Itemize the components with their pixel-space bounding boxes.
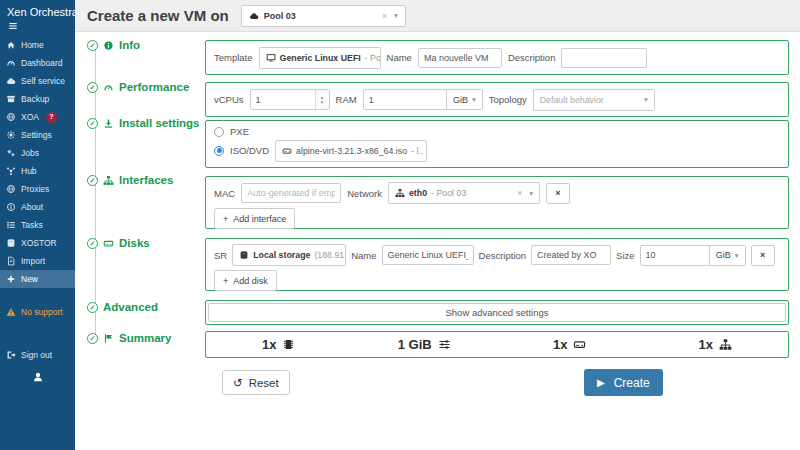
disk-description-label: Description — [479, 250, 527, 261]
disk-size-group: GiB ▾ — [640, 245, 746, 266]
vcpus-label: vCPUs — [214, 94, 244, 105]
desktop-icon — [266, 53, 276, 63]
menu-icon[interactable] — [7, 21, 19, 31]
clear-icon[interactable]: × — [517, 188, 522, 198]
disk-delete-button[interactable]: × — [751, 245, 775, 266]
sidebar-item-xostor[interactable]: XOSTOR — [0, 234, 75, 252]
sr-select-context: (188.91 GiB free .. — [314, 250, 346, 260]
mac-label: MAC — [214, 188, 235, 199]
globe-icon — [6, 112, 16, 122]
app-title: Xen Orchestra — [0, 0, 75, 19]
disk-description-input[interactable] — [531, 245, 611, 265]
download-icon — [103, 118, 114, 129]
iso-select[interactable]: alpine-virt-3.21.3-x86_64.iso - l.. × ▾ — [275, 140, 427, 162]
pool-select[interactable]: Pool 03 × ▾ — [241, 5, 406, 27]
info-section: Template Generic Linux UEFI - Pool 03 × … — [205, 40, 789, 75]
gear-icon — [6, 130, 16, 140]
show-advanced-button[interactable]: Show advanced settings — [208, 303, 786, 322]
step-summary[interactable]: ✓ Summary — [87, 332, 171, 344]
sidebar-item-new[interactable]: New — [0, 270, 75, 288]
topology-label: Topology — [489, 94, 527, 105]
vm-name-label: Name — [387, 52, 412, 63]
notification-badge: ? — [46, 112, 57, 123]
step-install-settings[interactable]: ✓ Install settings — [87, 117, 200, 129]
caret-down-icon[interactable]: ▾ — [394, 11, 398, 20]
disk-size-input[interactable] — [641, 246, 709, 265]
ram-label: RAM — [336, 94, 357, 105]
add-disk-button[interactable]: + Add disk — [214, 270, 277, 291]
hdd-icon — [573, 338, 586, 351]
ram-unit-select[interactable]: GiB ▾ — [446, 90, 482, 109]
pool-select-value: Pool 03 — [264, 11, 296, 21]
sidebar-item-dashboard[interactable]: Dashboard — [0, 54, 75, 72]
vm-description-label: Description — [508, 52, 556, 63]
sr-select[interactable]: Local storage (188.91 GiB free .. × ▾ — [232, 244, 346, 266]
sidebar-item-label: Proxies — [21, 182, 49, 196]
user-avatar[interactable] — [0, 371, 75, 383]
template-label: Template — [214, 52, 253, 63]
step-label: Disks — [119, 237, 150, 249]
network-select[interactable]: eth0 - Pool 03 × ▾ — [388, 182, 540, 204]
sidebar-item-hub[interactable]: Hub — [0, 162, 75, 180]
sidebar-item-settings[interactable]: Settings — [0, 126, 75, 144]
vm-description-input[interactable] — [561, 48, 647, 68]
step-down-icon[interactable]: ▾ — [321, 100, 324, 105]
step-label: Install settings — [119, 117, 200, 129]
step-interfaces[interactable]: ✓ Interfaces — [87, 174, 173, 186]
interface-delete-button[interactable]: × — [546, 183, 570, 204]
template-select-context: - Pool 03 — [365, 53, 381, 63]
sidebar-item-xoa[interactable]: XOA? — [0, 108, 75, 126]
stepper-arrows[interactable]: ▴ ▾ — [315, 90, 329, 109]
step-label: Performance — [119, 81, 189, 93]
vcpus-input[interactable] — [251, 90, 315, 109]
caret-down-icon[interactable]: ▾ — [529, 189, 533, 198]
info-circle-icon — [103, 40, 114, 51]
sidebar-item-jobs[interactable]: Jobs — [0, 144, 75, 162]
add-disk-label: Add disk — [233, 276, 268, 286]
sidebar-item-label: Home — [21, 38, 44, 52]
template-select[interactable]: Generic Linux UEFI - Pool 03 × ▾ — [259, 47, 381, 69]
iso-select-context: - l.. — [411, 146, 423, 156]
sidebar-item-sign-out[interactable]: Sign out — [0, 346, 75, 364]
add-interface-button[interactable]: + Add interface — [214, 208, 295, 229]
sidebar-item-label: About — [21, 200, 43, 214]
check-icon: ✓ — [87, 333, 98, 344]
topology-select[interactable]: Default behavior ▾ — [533, 89, 655, 111]
check-icon: ✓ — [87, 238, 98, 249]
sidebar-item-about[interactable]: About — [0, 198, 75, 216]
disk-size-unit-select[interactable]: GiB ▾ — [709, 246, 745, 265]
sidebar-item-label: Self service — [21, 74, 65, 88]
pxe-label: PXE — [230, 126, 249, 137]
sidebar-item-self-service[interactable]: Self service — [0, 72, 75, 90]
iso-radio[interactable] — [214, 146, 224, 156]
vm-name-input[interactable] — [418, 48, 502, 68]
sidebar-item-label: XOSTOR — [21, 236, 57, 250]
sign-out-label: Sign out — [21, 348, 52, 362]
create-button[interactable]: ▶ Create — [584, 369, 663, 396]
summary-cpu-count: 1x — [262, 337, 276, 352]
pxe-radio[interactable] — [214, 127, 224, 137]
step-advanced[interactable]: ✓ Advanced — [87, 301, 158, 313]
user-icon — [32, 371, 44, 383]
sidebar-item-no-support[interactable]: No support — [0, 303, 75, 321]
sidebar-item-home[interactable]: Home — [0, 36, 75, 54]
summary-ram-count: 1 GiB — [398, 337, 432, 352]
step-disks[interactable]: ✓ Disks — [87, 237, 150, 249]
step-info[interactable]: ✓ Info — [87, 39, 140, 51]
clear-icon[interactable]: × — [382, 11, 387, 21]
check-icon: ✓ — [87, 82, 98, 93]
step-performance[interactable]: ✓ Performance — [87, 81, 189, 93]
mac-input[interactable] — [241, 183, 341, 203]
ram-input[interactable] — [364, 90, 446, 109]
reset-button[interactable]: ↺ Reset — [222, 370, 290, 395]
sidebar-item-proxies[interactable]: Proxies — [0, 180, 75, 198]
sitemap-icon — [719, 338, 732, 351]
sidebar-item-import[interactable]: Import — [0, 252, 75, 270]
caret-down-icon[interactable]: ▾ — [644, 95, 648, 104]
sidebar-item-label: Jobs — [21, 146, 39, 160]
vcpus-stepper: ▴ ▾ — [250, 89, 330, 110]
disk-name-input[interactable] — [382, 245, 474, 265]
sidebar-item-backup[interactable]: Backup — [0, 90, 75, 108]
sidebar-item-tasks[interactable]: Tasks — [0, 216, 75, 234]
sitemap-icon — [395, 188, 405, 198]
